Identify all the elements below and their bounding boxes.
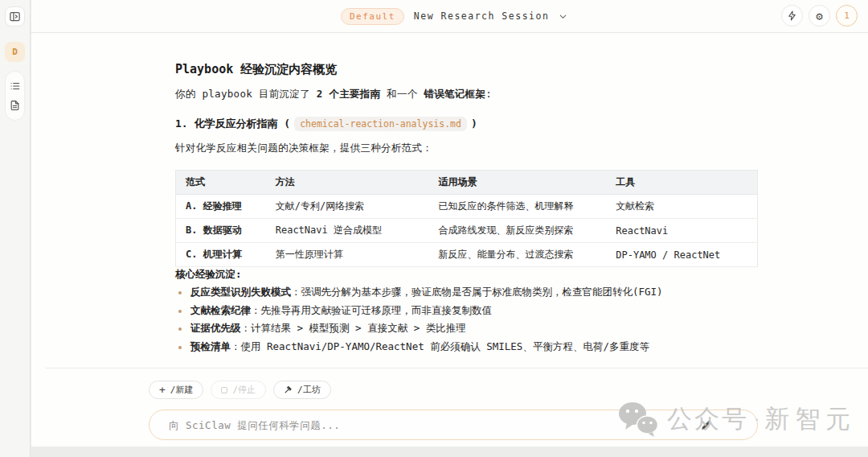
paren: ( bbox=[284, 117, 290, 130]
zap-button[interactable] bbox=[781, 5, 803, 27]
bullet-text: ：强调先分解为基本步骤，验证底物是否属于标准底物类别，检查官能团转化(FGI) bbox=[291, 286, 663, 299]
bullet-text: ：先推导再用文献验证可迁移原理，而非直接复制数值 bbox=[251, 304, 492, 318]
table-cell: 已知反应的条件筛选、机理解释 bbox=[428, 195, 606, 219]
table-cell: 第一性原理计算 bbox=[266, 243, 429, 267]
core-heading: 核心经验沉淀: bbox=[175, 268, 242, 282]
pencil-icon[interactable] bbox=[700, 419, 712, 434]
chevron-down-icon bbox=[559, 12, 567, 21]
bullet-text: ：计算结果 > 模型预测 > 直接文献 > 类比推理 bbox=[241, 322, 466, 336]
table-row: A. 经验推理 文献/专利/网络搜索 已知反应的条件筛选、机理解释 文献检索 bbox=[176, 195, 758, 219]
table-cell: DP-YAMO / ReactNet bbox=[606, 243, 757, 267]
footer-buttons: +/新建 /停止 /工坊 bbox=[149, 381, 331, 399]
table-cell: 新反应、能量分布、过渡态搜索 bbox=[428, 243, 606, 267]
intro-text: 和一个 bbox=[380, 88, 424, 100]
session-switcher[interactable]: Default New Research Session bbox=[341, 0, 567, 32]
bullet-label: 文献检索纪律 bbox=[190, 304, 251, 318]
sidebar-tools-group bbox=[5, 71, 25, 121]
workshop-button[interactable]: /工坊 bbox=[273, 381, 331, 399]
session-title: New Research Session bbox=[414, 10, 549, 22]
settings-button[interactable]: ⚙ bbox=[809, 5, 830, 27]
table-row: C. 机理计算 第一性原理计算 新反应、能量分布、过渡态搜索 DP-YAMO /… bbox=[176, 243, 758, 267]
sidebar-toggle-button[interactable] bbox=[5, 6, 25, 27]
bullet-label: 预检清单 bbox=[190, 340, 231, 354]
table-cell: C. 机理计算 bbox=[176, 243, 266, 267]
section-heading: 1. 化学反应分析指南 (chemical-reaction-analysis.… bbox=[175, 117, 477, 131]
stop-icon bbox=[221, 387, 227, 393]
chat-content-area: Playbook 经验沉淀内容概览 你的 playbook 目前沉淀了 2 个主… bbox=[31, 33, 868, 447]
bullet-dot bbox=[178, 327, 182, 331]
footer-divider bbox=[46, 368, 868, 368]
intro-text: : bbox=[485, 88, 492, 100]
bullet-text: ：使用 ReactNavi/DP-YAMO/ReactNet 前必须确认 SMI… bbox=[231, 340, 649, 354]
bullet-dot bbox=[178, 310, 182, 313]
button-label: /新建 bbox=[170, 384, 194, 396]
table-cell: ReactNavi 逆合成模型 bbox=[266, 219, 429, 243]
list-item: 反应类型识别失败模式：强调先分解为基本步骤，验证底物是否属于标准底物类别，检查官… bbox=[178, 286, 663, 304]
table-cell: ReactNavi bbox=[606, 219, 757, 243]
stop-button[interactable]: /停止 bbox=[211, 381, 266, 399]
paradigm-table: 范式 方法 适用场景 工具 A. 经验推理 文献/专利/网络搜索 已知反应的条件… bbox=[175, 170, 758, 267]
column-header: 方法 bbox=[266, 171, 429, 195]
session-list-icon[interactable] bbox=[10, 80, 21, 92]
section-title: 1. 化学反应分析指南 bbox=[175, 117, 277, 130]
topbar-actions: ⚙ 1 bbox=[781, 5, 858, 27]
section-description: 针对化学反应相关问题的决策框架，提供三种分析范式： bbox=[175, 142, 432, 155]
column-header: 适用场景 bbox=[428, 171, 606, 195]
left-sidebar: D bbox=[0, 0, 31, 457]
intro-paragraph: 你的 playbook 目前沉淀了 2 个主要指南 和一个 错误笔记框架: bbox=[175, 88, 492, 101]
bullet-label: 证据优先级 bbox=[190, 322, 241, 336]
chat-input[interactable] bbox=[149, 410, 758, 440]
app-window: D Default New Research Session bbox=[0, 0, 868, 457]
table-row: B. 数据驱动 ReactNavi 逆合成模型 合成路线发现、新反应类别探索 R… bbox=[176, 219, 758, 243]
gear-icon: ⚙ bbox=[816, 10, 822, 22]
paren: ) bbox=[471, 117, 477, 130]
button-label: /工坊 bbox=[297, 384, 321, 396]
plus-icon: + bbox=[159, 385, 166, 395]
avatar[interactable]: D bbox=[5, 42, 25, 62]
bullet-dot bbox=[178, 346, 182, 349]
intro-bold-guides: 2 个主要指南 bbox=[317, 88, 381, 100]
table-cell: 文献/专利/网络搜索 bbox=[266, 195, 429, 219]
notification-badge[interactable]: 1 bbox=[836, 5, 858, 27]
button-label: /停止 bbox=[232, 384, 256, 396]
intro-bold-framework: 错误笔记框架 bbox=[424, 88, 485, 100]
default-badge: Default bbox=[341, 8, 404, 25]
list-item: 证据优先级：计算结果 > 模型预测 > 直接文献 > 类比推理 bbox=[178, 322, 663, 340]
table-header-row: 范式 方法 适用场景 工具 bbox=[176, 171, 758, 195]
file-code-chip: chemical-reaction-analysis.md bbox=[294, 117, 467, 131]
bullet-dot bbox=[178, 291, 182, 294]
table-cell: 合成路线发现、新反应类别探索 bbox=[428, 219, 606, 243]
table-cell: B. 数据驱动 bbox=[176, 219, 266, 243]
core-bullet-list: 反应类型识别失败模式：强调先分解为基本步骤，验证底物是否属于标准底物类别，检查官… bbox=[178, 286, 663, 358]
list-item: 文献检索纪律：先推导再用文献验证可迁移原理，而非直接复制数值 bbox=[178, 304, 663, 323]
list-item: 预检清单：使用 ReactNavi/DP-YAMO/ReactNet 前必须确认… bbox=[178, 340, 663, 359]
hammer-icon bbox=[284, 385, 293, 394]
new-session-button[interactable]: +/新建 bbox=[149, 381, 203, 399]
column-header: 范式 bbox=[176, 171, 266, 195]
top-bar: Default New Research Session ⚙ 1 bbox=[31, 0, 868, 33]
document-icon[interactable] bbox=[10, 100, 20, 111]
panel-toggle-icon bbox=[9, 10, 21, 23]
intro-text: 你的 playbook 目前沉淀了 bbox=[175, 88, 317, 100]
table-cell: 文献检索 bbox=[606, 195, 757, 219]
column-header: 工具 bbox=[606, 171, 757, 195]
page-title: Playbook 经验沉淀内容概览 bbox=[175, 62, 337, 77]
bullet-label: 反应类型识别失败模式 bbox=[190, 286, 291, 299]
zap-icon bbox=[787, 10, 797, 21]
table-cell: A. 经验推理 bbox=[176, 195, 266, 219]
